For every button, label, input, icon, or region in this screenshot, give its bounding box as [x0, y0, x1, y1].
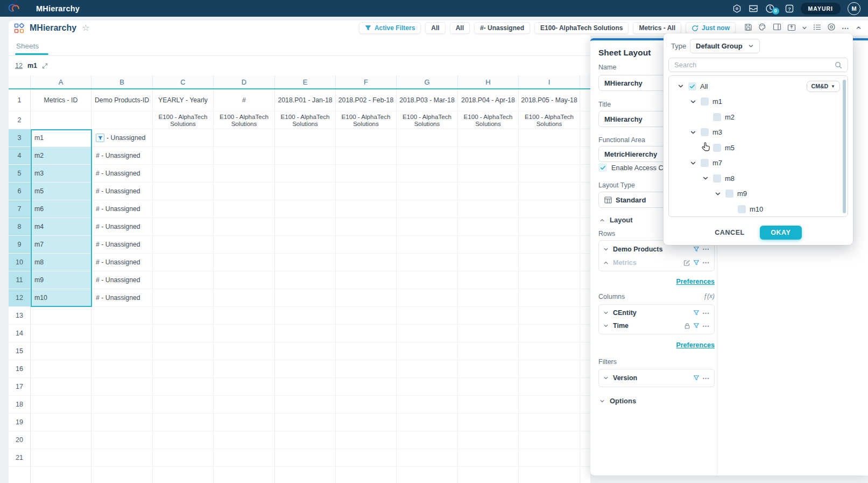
cell-I2[interactable]: E100 - AlphaTech Solutions	[519, 111, 580, 129]
cell-B8[interactable]: # - Unassigned	[91, 218, 153, 236]
column-header-A[interactable]: A	[31, 75, 91, 88]
cell-I1[interactable]: 2018.P05 - May-18	[519, 89, 580, 111]
filter-chip[interactable]: Metrics - All	[633, 22, 681, 34]
cell-F21[interactable]	[336, 449, 397, 467]
cell-F8[interactable]	[336, 218, 397, 236]
cell-A11[interactable]: m9	[31, 271, 91, 289]
filter-chip[interactable]: All	[450, 22, 470, 34]
row-header-12[interactable]: 12	[9, 289, 31, 307]
row-header-13[interactable]: 13	[9, 307, 31, 325]
cell-B2[interactable]	[91, 111, 153, 129]
cell-B15[interactable]	[91, 342, 153, 360]
cell-H5[interactable]	[458, 165, 519, 183]
cell-B19[interactable]	[91, 414, 153, 431]
cell-E4[interactable]	[275, 147, 336, 165]
collapse-chevron-up-icon[interactable]	[856, 23, 862, 33]
cancel-button[interactable]: CANCEL	[715, 229, 745, 236]
cell-A12[interactable]: m10	[31, 289, 91, 307]
row-header-5[interactable]: 5	[9, 165, 31, 183]
cell-H19[interactable]	[458, 414, 519, 431]
filter-icon[interactable]	[693, 375, 700, 381]
cell-G21[interactable]	[397, 449, 458, 467]
cell-A[interactable]	[31, 467, 91, 483]
cell-F9[interactable]	[336, 236, 397, 254]
cell-G8[interactable]	[397, 218, 458, 236]
cell-C9[interactable]	[153, 236, 214, 254]
cell-E17[interactable]	[275, 378, 336, 396]
cell-C[interactable]	[153, 467, 214, 483]
cell-D8[interactable]	[214, 218, 275, 236]
cell-G10[interactable]	[397, 254, 458, 271]
cell-C13[interactable]	[153, 307, 214, 325]
cell-I21[interactable]	[519, 449, 580, 467]
column-header-G[interactable]: G	[397, 75, 458, 88]
cell-I9[interactable]	[519, 236, 580, 254]
more-options-icon[interactable]: ⋯	[702, 310, 710, 317]
options-section-header[interactable]: Options	[599, 397, 636, 405]
cell-A13[interactable]	[31, 307, 91, 325]
cell-I19[interactable]	[519, 414, 580, 431]
history-clock-icon[interactable]: 0	[765, 4, 775, 13]
cell-G4[interactable]	[397, 147, 458, 165]
row-header-partial[interactable]	[9, 467, 31, 483]
cell-D15[interactable]	[214, 342, 275, 360]
more-options-icon[interactable]: ⋯	[702, 246, 710, 253]
column-header-H[interactable]: H	[458, 75, 519, 88]
chevron-down-icon[interactable]	[678, 83, 684, 89]
cell-F4[interactable]	[336, 147, 397, 165]
help-icon[interactable]: ?	[785, 4, 794, 13]
chevron-down-icon[interactable]	[715, 191, 721, 197]
cell-C6[interactable]	[153, 183, 214, 200]
cell-G19[interactable]	[397, 414, 458, 431]
cell-B17[interactable]	[91, 378, 153, 396]
filter-chip[interactable]: E100- AlphaTech Solutions	[534, 22, 629, 34]
cell-H21[interactable]	[458, 449, 519, 467]
cell-J11[interactable]	[580, 271, 590, 289]
cell-D2[interactable]: E100 - AlphaTech Solutions	[214, 111, 275, 129]
cell-E9[interactable]	[275, 236, 336, 254]
search-input[interactable]: Search	[668, 58, 848, 72]
cell-C12[interactable]	[153, 289, 214, 307]
cell-A10[interactable]: m8	[31, 254, 91, 271]
cell-E15[interactable]	[275, 342, 336, 360]
cell-A6[interactable]: m5	[31, 183, 91, 200]
column-header-C[interactable]: C	[153, 75, 214, 88]
cell-J16[interactable]	[580, 360, 590, 378]
tree-item-m8[interactable]: m8	[669, 171, 848, 186]
save-icon[interactable]	[744, 23, 752, 33]
inbox-icon[interactable]	[749, 4, 758, 12]
cell-C18[interactable]	[153, 396, 214, 414]
cell-H6[interactable]	[458, 183, 519, 200]
cell-A8[interactable]: m4	[31, 218, 91, 236]
cell-I14[interactable]	[519, 325, 580, 342]
cell-E7[interactable]	[275, 200, 336, 218]
chevron-down-icon[interactable]	[603, 247, 609, 252]
favorite-star-icon[interactable]: ☆	[82, 24, 89, 32]
columns-preferences-link[interactable]: Preferences	[598, 341, 715, 349]
column-header-next[interactable]	[580, 75, 590, 88]
cell-B9[interactable]: # - Unassigned	[91, 236, 153, 254]
cell-D12[interactable]	[214, 289, 275, 307]
cell-E16[interactable]	[275, 360, 336, 378]
dimension-row-metrics[interactable]: Metrics⋯	[603, 256, 710, 269]
more-options-icon[interactable]: ⋯	[842, 24, 850, 32]
tree-checkbox-m8[interactable]	[713, 174, 721, 183]
filter-chip[interactable]: #- Unassigned	[474, 22, 530, 34]
cell-D13[interactable]	[214, 307, 275, 325]
cell-H[interactable]	[458, 467, 519, 483]
cell-B7[interactable]: # - Unassigned	[91, 200, 153, 218]
cell-C21[interactable]	[153, 449, 214, 467]
cell-B16[interactable]	[91, 360, 153, 378]
column-header-I[interactable]: I	[519, 75, 580, 88]
settings-icon[interactable]	[732, 4, 742, 13]
cell-D[interactable]	[214, 467, 275, 483]
cell-B12[interactable]: # - Unassigned	[91, 289, 153, 307]
cell-C11[interactable]	[153, 271, 214, 289]
row-header-21[interactable]: 21	[9, 449, 31, 467]
cell-J[interactable]	[580, 467, 590, 483]
row-header-11[interactable]: 11	[9, 271, 31, 289]
cell-I18[interactable]	[519, 396, 580, 414]
cell-J15[interactable]	[580, 342, 590, 360]
tree-checkbox-m7[interactable]	[701, 159, 709, 167]
chevron-down-icon[interactable]	[690, 99, 696, 105]
